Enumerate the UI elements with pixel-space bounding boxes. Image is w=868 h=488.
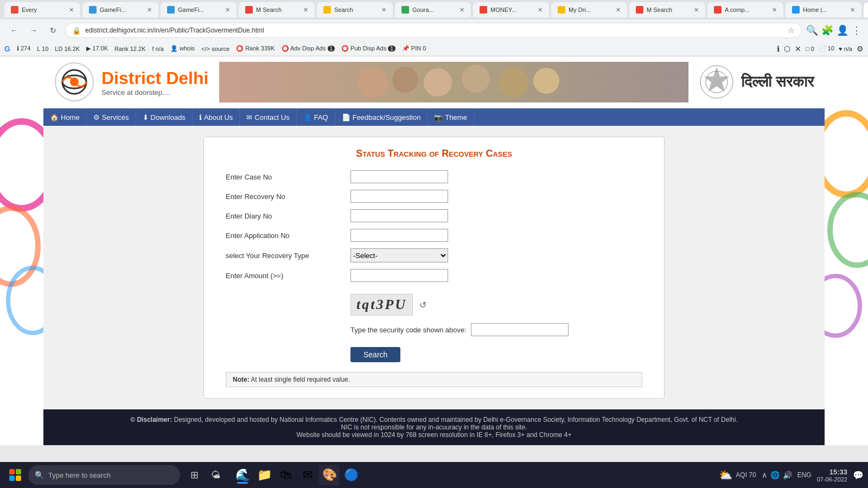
reload-button[interactable]: ↻ (46, 23, 61, 38)
close-icon[interactable]: ✕ (381, 7, 386, 14)
nav-contact[interactable]: ✉ Contact Us (240, 108, 296, 126)
nav-about[interactable]: ℹ About Us (193, 108, 240, 126)
ext-fb[interactable]: f n/a (152, 46, 164, 52)
close-icon[interactable]: ✕ (225, 7, 230, 14)
nav-home-label: Home (61, 113, 80, 121)
nav-home[interactable]: 🏠 Home (43, 108, 87, 126)
tab-10[interactable]: A comp... ✕ (707, 2, 783, 17)
tab-8[interactable]: My Dri... ✕ (551, 2, 627, 17)
taskbar-search-box[interactable]: 🔍 Type here to search (28, 465, 180, 485)
close-icon[interactable]: ✕ (303, 7, 308, 14)
tab-5[interactable]: Search ✕ (317, 2, 393, 17)
tray-sound-icon[interactable]: 🔊 (783, 471, 792, 479)
extensions-icon[interactable]: 🧩 (821, 24, 833, 36)
ext-right-1[interactable]: ℹ (777, 44, 780, 53)
taskbar-app-edge[interactable]: 🌊 (232, 465, 253, 485)
ext-ld[interactable]: LD 16.2K (55, 46, 80, 52)
faq-icon: 👤 (303, 113, 312, 121)
captcha-input[interactable] (471, 323, 569, 336)
search-button-row: Search (226, 342, 642, 368)
nav-about-label: About Us (204, 113, 233, 121)
ext-gear[interactable]: ⚙ (857, 44, 864, 53)
taskbar-app-explorer[interactable]: 📁 (254, 465, 275, 485)
taskbar: 🔍 Type here to search ⊞ 🌤 🌊 📁 🛍 ✉ 🎨 🔵 ⛅ … (0, 462, 868, 488)
diary-no-input[interactable] (350, 209, 448, 222)
form-container: Status Tracking of Recovery Cases Enter … (203, 137, 665, 399)
taskbar-quick-icons: ⊞ 🌤 (184, 465, 226, 485)
notification-icon[interactable]: 💬 (853, 470, 864, 480)
ext-pub[interactable]: ⭕ Pub Disp Ads 1 (341, 45, 395, 52)
forward-button[interactable]: → (26, 23, 41, 38)
ext-pin[interactable]: 📌 PIN 0 (402, 45, 426, 52)
case-no-input[interactable] (350, 170, 448, 183)
ext-whois[interactable]: 👤 whois (170, 45, 195, 52)
taskbar-app-creative[interactable]: 🎨 (319, 465, 340, 485)
taskbar-app-store[interactable]: 🛍 (276, 465, 296, 485)
nav-feedback-label: Feedback/Suggestion (353, 113, 421, 121)
tab-7[interactable]: MONEY... ✕ (473, 2, 549, 17)
application-no-input[interactable] (350, 229, 448, 242)
ext-adv[interactable]: ⭕ Adv Disp Ads 1 (282, 45, 335, 52)
tab-6[interactable]: Goura... ✕ (395, 2, 471, 17)
close-icon[interactable]: ✕ (850, 7, 855, 14)
tab-3[interactable]: GameFi... ✕ (161, 2, 237, 17)
tab-1[interactable]: Every ✕ (4, 2, 80, 17)
menu-icon[interactable]: ⋮ (852, 24, 861, 36)
close-icon[interactable]: ✕ (616, 7, 621, 14)
weather-widget[interactable]: ⛅ AQI 70 (719, 468, 756, 481)
clock[interactable]: 15:33 07-06-2022 (817, 468, 847, 483)
ext-right-2[interactable]: ⬡ (784, 44, 790, 53)
nav-faq[interactable]: 👤 FAQ (297, 108, 335, 126)
ext-p[interactable]: ▶ 17.0K (86, 45, 108, 52)
close-icon[interactable]: ✕ (772, 7, 777, 14)
nav-theme[interactable]: 📷 Theme (427, 108, 474, 126)
close-icon[interactable]: ✕ (459, 7, 464, 14)
captcha-refresh-icon[interactable]: ↺ (419, 300, 426, 310)
nav-services[interactable]: ⚙ Services (87, 108, 136, 126)
close-icon[interactable]: ✕ (69, 7, 74, 14)
tray-up-icon[interactable]: ∧ (762, 471, 767, 479)
site-footer: © Disclaimer: Designed, developed and ho… (43, 409, 825, 445)
tab-2[interactable]: GameFi... ✕ (82, 2, 158, 17)
ext-274[interactable]: ℹ 274 (17, 45, 30, 52)
tab-4[interactable]: M Search ✕ (239, 2, 315, 17)
tab-12-active[interactable]: Welco... ✕ (864, 2, 868, 17)
start-button[interactable] (4, 464, 26, 486)
back-button[interactable]: ← (7, 23, 22, 38)
nav-downloads[interactable]: ⬇ Downloads (136, 108, 193, 126)
ext-rank[interactable]: Rank 12.2K (114, 46, 145, 52)
amount-label: Enter Amount (>=) (226, 272, 350, 280)
ext-right-3[interactable]: ✕ (795, 44, 801, 53)
form-area: Status Tracking of Recovery Cases Enter … (43, 126, 825, 409)
search-button[interactable]: Search (350, 347, 400, 362)
nav-feedback[interactable]: 📄 Feedback/Suggestion (335, 108, 428, 126)
star-icon[interactable]: ☆ (788, 26, 795, 35)
recovery-no-input[interactable] (350, 190, 448, 203)
task-view-icon[interactable]: ⊞ (184, 465, 204, 485)
close-icon[interactable]: ✕ (694, 7, 699, 14)
taskbar-app-mail[interactable]: ✉ (297, 465, 318, 485)
tray-network-icon[interactable]: 🌐 (770, 471, 780, 479)
tab-11[interactable]: Home |... ✕ (786, 2, 861, 17)
close-icon[interactable]: ✕ (538, 7, 542, 14)
taskbar-app-chrome[interactable]: 🔵 (341, 465, 361, 485)
application-no-label: Enter Application No (226, 232, 350, 240)
ext-source[interactable]: </> source (201, 46, 229, 52)
url-text: edistrict.delhigovt.nic.in/in/en/Public/… (85, 27, 783, 34)
nav-faq-label: FAQ (314, 113, 328, 121)
taskbar-search-icon: 🔍 (35, 471, 44, 479)
ext-rank2[interactable]: ⭕ Rank 339K (236, 45, 275, 52)
ext-l[interactable]: L 10 (37, 46, 48, 52)
profile-icon[interactable]: 👤 (837, 24, 848, 36)
close-icon[interactable]: ✕ (147, 7, 152, 14)
nav-contact-label: Contact Us (254, 113, 289, 121)
recovery-type-label: select Your Recovery Type (226, 252, 350, 260)
recovery-type-select[interactable]: -Select- (350, 248, 448, 262)
search-icon[interactable]: 🔍 (806, 24, 818, 36)
address-bar[interactable]: 🔒 edistrict.delhigovt.nic.in/in/en/Publi… (65, 23, 802, 38)
note-bar: Note: At least single field required val… (226, 372, 642, 387)
toolbar-icons: 🔍 🧩 👤 ⋮ (806, 24, 861, 36)
amount-input[interactable] (350, 269, 448, 282)
tab-9[interactable]: M Search ✕ (629, 2, 705, 17)
widgets-icon[interactable]: 🌤 (206, 465, 226, 485)
